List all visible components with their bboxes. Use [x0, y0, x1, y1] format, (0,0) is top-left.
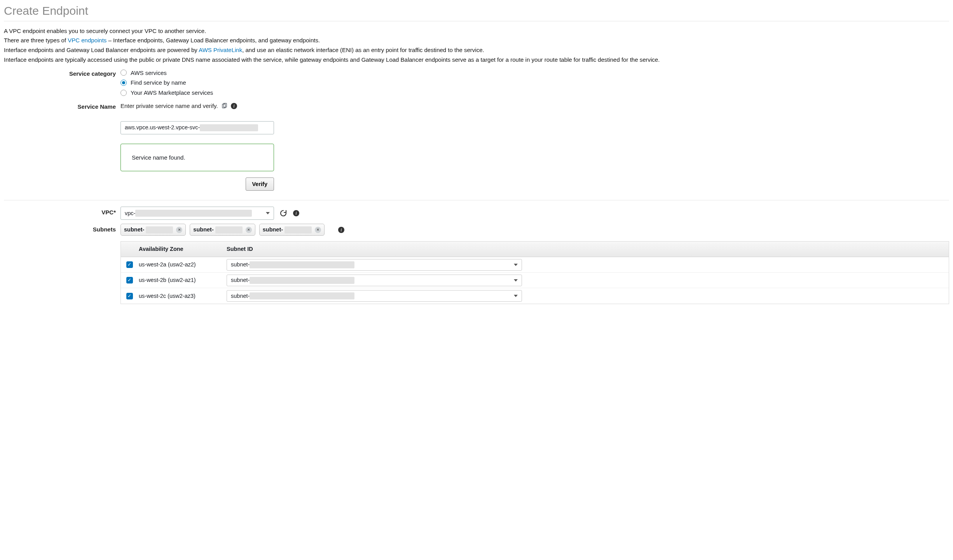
svg-text:i: i — [295, 210, 297, 216]
service-name-success: Service name found. — [120, 144, 274, 172]
subnets-table: Availability Zone Subnet ID ✓us-west-2a … — [120, 241, 949, 304]
intro-p3: Interface endpoints and Gateway Load Bal… — [4, 46, 949, 54]
service-category-radio[interactable] — [120, 80, 127, 86]
chevron-down-icon — [514, 279, 518, 282]
table-row: ✓us-west-2c (usw2-az3)subnet- — [121, 288, 949, 304]
subnet-chip-label: subnet- — [124, 226, 144, 234]
subnet-id-select[interactable]: subnet- — [227, 290, 522, 302]
service-category-radio[interactable] — [120, 70, 127, 76]
table-header-subnet: Subnet ID — [226, 245, 949, 253]
close-icon[interactable]: × — [176, 227, 182, 233]
availability-zone-cell: us-west-2b (usw2-az1) — [138, 276, 226, 284]
aws-privatelink-link[interactable]: AWS PrivateLink — [199, 47, 242, 53]
vpc-endpoints-link[interactable]: VPC endpoints — [68, 37, 106, 43]
divider — [4, 21, 949, 21]
subnet-row-checkbox[interactable]: ✓ — [126, 293, 133, 299]
verify-button[interactable]: Verify — [246, 177, 274, 191]
availability-zone-cell: us-west-2c (usw2-az3) — [138, 292, 226, 300]
table-row: ✓us-west-2a (usw2-az2)subnet- — [121, 257, 949, 273]
info-icon[interactable]: i — [293, 210, 300, 217]
chevron-down-icon — [514, 295, 518, 297]
close-icon[interactable]: × — [246, 227, 252, 233]
service-name-label: Service Name — [4, 102, 120, 111]
intro-text: A VPC endpoint enables you to securely c… — [4, 27, 949, 64]
subnet-chip-label: subnet- — [263, 226, 283, 234]
vpc-select[interactable]: vpc- — [120, 207, 274, 220]
subnet-id-select[interactable]: subnet- — [227, 275, 522, 286]
divider — [4, 200, 949, 200]
service-category-option-label: Find service by name — [131, 78, 186, 87]
service-category-option-label: Your AWS Marketplace services — [131, 89, 213, 97]
intro-p1: A VPC endpoint enables you to securely c… — [4, 27, 949, 35]
subnet-chip[interactable]: subnet-× — [190, 224, 255, 236]
intro-p2: There are three types of VPC endpoints –… — [4, 36, 949, 45]
info-icon[interactable]: i — [230, 103, 237, 110]
service-category-option-label: AWS services — [131, 69, 167, 77]
service-category-radio[interactable] — [120, 90, 127, 96]
refresh-icon[interactable] — [279, 209, 287, 217]
chevron-down-icon — [266, 212, 270, 214]
masked-value — [215, 226, 243, 233]
svg-text:i: i — [233, 103, 234, 109]
info-icon[interactable]: i — [338, 226, 345, 233]
subnets-label: Subnets — [4, 224, 120, 234]
subnet-row-checkbox[interactable]: ✓ — [126, 277, 133, 283]
chevron-down-icon — [514, 264, 518, 266]
table-row: ✓us-west-2b (usw2-az1)subnet- — [121, 273, 949, 288]
svg-text:i: i — [340, 227, 342, 233]
masked-value — [285, 226, 312, 233]
subnet-chip[interactable]: subnet-× — [120, 224, 186, 236]
availability-zone-cell: us-west-2a (usw2-az2) — [138, 261, 226, 269]
subnet-row-checkbox[interactable]: ✓ — [126, 261, 133, 268]
service-name-input[interactable]: aws.vpce.us-west-2.vpce-svc- — [120, 121, 274, 134]
vpc-label: VPC* — [4, 207, 120, 217]
table-header-az: Availability Zone — [138, 245, 226, 253]
subnet-chip-label: subnet- — [193, 226, 213, 234]
subnet-chip[interactable]: subnet-× — [259, 224, 325, 236]
service-name-hint: Enter private service name and verify. — [120, 102, 218, 110]
masked-value — [146, 226, 173, 233]
intro-p4: Interface endpoints are typically access… — [4, 56, 949, 64]
copy-icon[interactable] — [221, 103, 227, 109]
page-title: Create Endpoint — [4, 2, 949, 19]
service-category-label: Service category — [4, 68, 120, 78]
close-icon[interactable]: × — [315, 227, 321, 233]
subnet-id-select[interactable]: subnet- — [227, 259, 522, 271]
